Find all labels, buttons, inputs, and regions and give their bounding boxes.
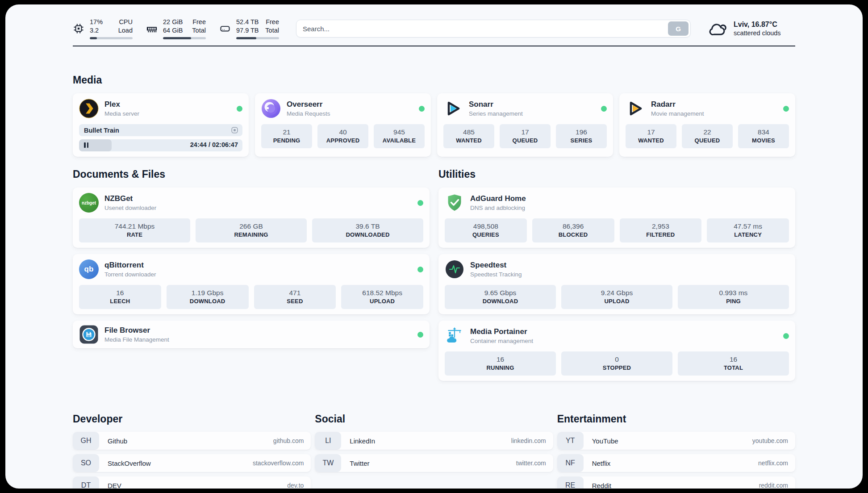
dev-badge: DT xyxy=(73,476,99,489)
netflix-badge: NF xyxy=(557,454,584,472)
app-card-sonarr[interactable]: Sonarr Series management 485 WANTED 17 Q… xyxy=(437,93,613,157)
playback-time: 24:44 / 02:06:47 xyxy=(190,141,238,148)
app-card-qbittorrent[interactable]: qb qBittorrent Torrent downloader 16 LEE… xyxy=(73,254,430,314)
stat-box: 16 LEECH xyxy=(79,285,161,309)
app-card-nzbget[interactable]: nzbget NZBGet Usenet downloader 744.21 M… xyxy=(73,188,430,248)
adguard-icon xyxy=(445,193,464,213)
app-name: Plex xyxy=(104,100,139,109)
stat-box: 86,396 BLOCKED xyxy=(532,218,614,242)
link-reddit[interactable]: RE Reddit reddit.com xyxy=(557,476,795,489)
playback-progress-bar[interactable]: 24:44 / 02:06:47 xyxy=(79,139,242,151)
header-divider xyxy=(73,46,795,46)
app-desc: Media Requests xyxy=(287,110,330,118)
app-desc: Media server xyxy=(104,110,139,118)
ram-stat-widget: 22 GiB 64 GiB Free Total xyxy=(146,18,206,39)
ram-icon xyxy=(146,23,158,34)
link-github[interactable]: GH Github github.com xyxy=(73,432,311,450)
link-netflix[interactable]: NF Netflix netflix.com xyxy=(557,454,795,472)
app-card-speedtest[interactable]: Speedtest Speedtest Tracking 9.65 Gbps D… xyxy=(438,254,795,314)
weather-location-temp: Lviv, 16.87°C xyxy=(734,20,781,29)
social-section-title: Social xyxy=(315,413,553,425)
speedtest-icon xyxy=(445,259,464,279)
nzbget-icon: nzbget xyxy=(79,193,99,213)
app-card-radarr[interactable]: Radarr Movie management 17 WANTED 22 QUE… xyxy=(619,93,795,157)
cpu-icon xyxy=(73,23,84,34)
now-playing-title: Bullet Train xyxy=(84,127,231,134)
app-desc: Speedtest Tracking xyxy=(470,271,522,279)
stat-box: 16 RUNNING xyxy=(445,351,556,376)
stop-icon[interactable] xyxy=(231,126,238,134)
cpu-load-label: Load xyxy=(118,26,133,35)
developer-section-title: Developer xyxy=(73,413,311,425)
documents-section-title: Documents & Files xyxy=(73,168,430,180)
dashboard-panel: 17% 3.2 CPU Load xyxy=(5,4,863,489)
app-name: AdGuard Home xyxy=(470,194,526,203)
hardware-stats: 17% 3.2 CPU Load xyxy=(73,18,279,39)
pause-icon[interactable] xyxy=(84,142,88,148)
stat-box: 17 WANTED xyxy=(626,124,676,148)
section-documents: Documents & Files nzbget NZBGet Usenet d… xyxy=(73,168,430,355)
status-badge xyxy=(417,200,423,206)
status-badge xyxy=(783,106,789,112)
disk-total-value: 97.9 TB xyxy=(236,26,259,35)
status-badge xyxy=(417,267,423,272)
app-card-overseerr[interactable]: Overseerr Media Requests 21 PENDING 40 A… xyxy=(255,93,431,157)
cpu-label: CPU xyxy=(118,18,133,26)
stat-box: 471 SEED xyxy=(254,285,336,309)
section-media: Media Plex Media server Bullet Train xyxy=(73,74,795,157)
disk-progress-bar xyxy=(236,37,279,39)
twitter-badge: TW xyxy=(315,454,341,472)
app-name: Media Portainer xyxy=(470,327,533,336)
search-input[interactable] xyxy=(303,25,668,33)
stat-box: 0 STOPPED xyxy=(561,351,672,376)
disk-icon xyxy=(219,23,231,34)
portainer-icon xyxy=(445,326,464,346)
stat-box: 0.993 ms PING xyxy=(678,285,789,309)
header: 17% 3.2 CPU Load xyxy=(73,18,795,39)
stat-box: 47.57 ms LATENCY xyxy=(707,218,789,242)
cloud-icon xyxy=(708,20,728,38)
disk-total-label: Total xyxy=(265,26,279,35)
filebrowser-icon xyxy=(79,325,99,344)
stat-box: 485 WANTED xyxy=(443,124,494,148)
app-desc: Media File Management xyxy=(104,336,169,344)
stat-box: 9.24 Gbps UPLOAD xyxy=(561,285,672,309)
app-desc: Series management xyxy=(469,110,523,118)
media-section-title: Media xyxy=(73,74,795,86)
cpu-percent: 17% xyxy=(90,18,103,26)
link-linkedin[interactable]: LI LinkedIn linkedin.com xyxy=(315,432,553,450)
section-developer: Developer GH Github github.com SO StackO… xyxy=(73,413,311,489)
app-name: Radarr xyxy=(651,100,704,109)
status-badge xyxy=(783,333,789,339)
stat-box: 21 PENDING xyxy=(261,124,312,148)
disk-stat-widget: 52.4 TB 97.9 TB Free Total xyxy=(219,18,279,39)
stat-box: 945 AVAILABLE xyxy=(374,124,425,148)
stat-box: 9.65 Gbps DOWNLOAD xyxy=(445,285,556,309)
app-card-adguard[interactable]: AdGuard Home DNS and adblocking 498,508 … xyxy=(438,188,795,248)
stackoverflow-badge: SO xyxy=(73,454,99,472)
app-desc: Usenet downloader xyxy=(104,204,156,212)
link-youtube[interactable]: YT YouTube youtube.com xyxy=(557,432,795,450)
plex-icon xyxy=(79,99,99,118)
linkedin-badge: LI xyxy=(315,432,341,450)
status-badge xyxy=(237,106,242,112)
stat-box: 196 SERIES xyxy=(556,124,607,148)
search-engine-button[interactable]: G xyxy=(668,21,689,36)
link-dev[interactable]: DT DEV dev.to xyxy=(73,476,311,489)
entertainment-section-title: Entertainment xyxy=(557,413,795,425)
github-badge: GH xyxy=(73,432,99,450)
app-card-filebrowser[interactable]: File Browser Media File Management xyxy=(73,321,430,348)
app-card-portainer[interactable]: Media Portainer Container management 16 … xyxy=(438,321,795,381)
ram-free-value: 22 GiB xyxy=(163,18,183,26)
link-twitter[interactable]: TW Twitter twitter.com xyxy=(315,454,553,472)
cpu-load-value: 3.2 xyxy=(90,26,103,35)
reddit-badge: RE xyxy=(557,476,584,489)
ram-progress-bar xyxy=(163,37,206,39)
section-utilities: Utilities AdGuard Home DNS and adblockin… xyxy=(438,168,795,387)
link-stackoverflow[interactable]: SO StackOverflow stackoverflow.com xyxy=(73,454,311,472)
stat-box: 744.21 Mbps RATE xyxy=(79,218,190,242)
app-card-plex[interactable]: Plex Media server Bullet Train 24:44 / 0 xyxy=(73,93,249,157)
stat-box: 17 QUEUED xyxy=(500,124,551,148)
stat-box: 39.6 TB DOWNLOADED xyxy=(312,218,423,242)
stat-box: 2,953 FILTERED xyxy=(620,218,702,242)
